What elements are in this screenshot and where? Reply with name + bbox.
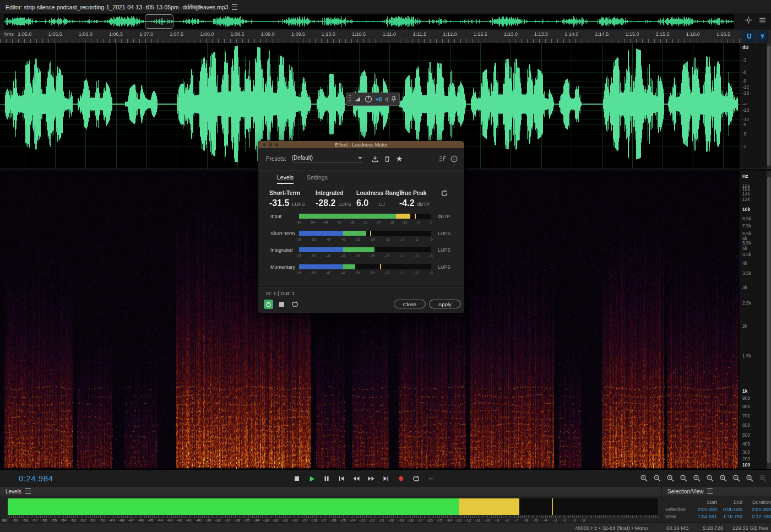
overview-waveform-canvas[interactable] bbox=[4, 14, 734, 29]
sv-value[interactable]: 1:04.591 bbox=[691, 514, 717, 519]
amplitude-scale[interactable]: dB-3-6-9-12-18-∞-18-12-9-6-3 bbox=[740, 43, 767, 169]
hud-pin-button[interactable] bbox=[388, 93, 400, 106]
meter-scale-tick: -6 bbox=[416, 220, 420, 224]
frequency-scale-label: 700 bbox=[742, 413, 750, 419]
vertical-scrollbar[interactable] bbox=[767, 43, 771, 169]
effect-power-toggle[interactable] bbox=[264, 300, 273, 309]
frequency-scale-label: 5.5k bbox=[742, 240, 751, 246]
ruler-tick-label: 1:14.0 bbox=[564, 31, 578, 37]
amplitude-scale-label: -9 bbox=[742, 122, 747, 127]
sv-value[interactable]: 0:12.158 bbox=[742, 514, 771, 519]
snap-magnet-button[interactable] bbox=[743, 31, 754, 42]
ruler-tick-label: 1:05.5 bbox=[48, 31, 62, 37]
zoom-in-time-button[interactable] bbox=[666, 474, 675, 483]
stop-button[interactable] bbox=[292, 474, 302, 484]
pan-crosshair-icon[interactable] bbox=[745, 16, 753, 24]
loop-playback-button[interactable] bbox=[411, 474, 421, 484]
sv-value[interactable]: 0:00.000 bbox=[691, 507, 717, 512]
ruler-tick-label: 1:08.5 bbox=[231, 31, 245, 37]
level-meter[interactable] bbox=[8, 498, 658, 515]
tab-mixer[interactable]: Mixer bbox=[187, 3, 202, 9]
levels-panel-menu-icon[interactable] bbox=[25, 488, 31, 494]
effect-loop-button[interactable] bbox=[290, 300, 300, 309]
favorite-star-icon[interactable]: ★ bbox=[396, 154, 403, 163]
overview-menu-icon[interactable] bbox=[758, 16, 767, 24]
overview-view-region[interactable] bbox=[145, 14, 173, 29]
effect-stop-button[interactable] bbox=[278, 301, 285, 308]
chevron-down-icon bbox=[358, 157, 362, 159]
presets-label: Presets: bbox=[266, 156, 286, 162]
selection-view-menu-icon[interactable] bbox=[707, 488, 713, 494]
level-scale-label: -20 bbox=[388, 518, 394, 523]
fast-forward-button[interactable] bbox=[366, 474, 376, 484]
amplitude-scale-label: -12 bbox=[742, 84, 749, 90]
frequency-scale[interactable]: Hz18k16k14k12k10k8.5k7.5k6.5k6k5.5k5k4.5… bbox=[740, 171, 767, 469]
pause-button[interactable] bbox=[322, 474, 332, 484]
sv-value[interactable]: 0:00.000 bbox=[742, 507, 771, 512]
hud-grip-icon[interactable] bbox=[349, 95, 351, 103]
sv-value[interactable]: 1:16.750 bbox=[717, 514, 742, 519]
zoom-out-time-button[interactable] bbox=[679, 474, 688, 483]
play-button[interactable] bbox=[307, 474, 317, 484]
hud-gain-value[interactable]: +0 bbox=[376, 96, 382, 102]
ruler-tick-label: 1:07.5 bbox=[170, 31, 183, 37]
timeline-ruler[interactable]: hms 1:05.01:05.51:06.01:06.51:07.01:07.5… bbox=[0, 30, 771, 44]
zoom-reset-button[interactable] bbox=[745, 474, 754, 483]
preset-dropdown[interactable]: (Default) bbox=[292, 155, 362, 162]
current-time-display[interactable]: 0:24.984 bbox=[19, 474, 53, 483]
meter-bar-integrated[interactable] bbox=[299, 247, 431, 252]
sv-value[interactable]: 0:00.000 bbox=[717, 507, 742, 512]
record-button[interactable] bbox=[396, 474, 406, 484]
frequency-scale-label: 200 bbox=[742, 456, 750, 462]
fade-icon bbox=[354, 96, 361, 102]
skip-to-end-button[interactable] bbox=[381, 474, 391, 484]
window-control-dots[interactable] bbox=[263, 143, 278, 146]
delete-preset-button[interactable] bbox=[384, 155, 390, 162]
sv-column-header: End bbox=[717, 500, 742, 505]
status-free-space: 229.55 GB free bbox=[732, 525, 768, 531]
zoom-out-amplitude-button[interactable] bbox=[653, 474, 662, 483]
meter-scale-tick: 0 bbox=[430, 220, 432, 224]
vertical-scrollbar-2[interactable] bbox=[767, 171, 771, 469]
reset-stats-button[interactable] bbox=[441, 189, 448, 199]
frequency-scale-label: 800 bbox=[742, 404, 750, 409]
dialog-titlebar[interactable]: Effect - Loudness Meter bbox=[258, 141, 464, 148]
skip-to-start-button[interactable] bbox=[336, 474, 346, 484]
meter-bar-input[interactable] bbox=[299, 214, 431, 219]
channel-map-button[interactable] bbox=[438, 155, 446, 162]
level-scale-label: -18 bbox=[408, 518, 414, 523]
meter-scale-tick: -60 bbox=[296, 220, 301, 224]
ruler-tick-label: 1:15.5 bbox=[656, 31, 670, 37]
rewind-button[interactable] bbox=[351, 474, 361, 484]
level-scale-label: -16 bbox=[427, 518, 433, 523]
amplitude-scale-label: -18 bbox=[742, 90, 749, 96]
level-scale-label: -47 bbox=[128, 518, 134, 523]
zoom-to-selection-button[interactable] bbox=[732, 474, 741, 483]
panel-menu-icon[interactable] bbox=[232, 4, 237, 10]
close-button[interactable]: Close bbox=[394, 300, 426, 308]
zoom-in-left-edge-button[interactable] bbox=[705, 474, 715, 483]
level-scale-label: -42 bbox=[176, 518, 182, 523]
info-icon[interactable] bbox=[450, 155, 458, 162]
tab-editor[interactable]: Editor: strip-silence-podcast_recording-… bbox=[4, 2, 240, 14]
zoom-navigate-button[interactable] bbox=[692, 474, 702, 483]
meter-scale-tick: -53 bbox=[311, 271, 316, 275]
meter-bar-momentary[interactable] bbox=[299, 264, 431, 269]
level-scale-label: -4 bbox=[544, 518, 547, 523]
level-scale-label: -1 bbox=[572, 518, 576, 523]
transport-bar: 0:24.984 bbox=[0, 469, 771, 488]
marker-filter-button[interactable] bbox=[757, 31, 768, 42]
zoom-out-right-edge-button[interactable] bbox=[719, 474, 728, 483]
stat-true-peak: True Peak -4.2dBTP bbox=[399, 189, 430, 208]
tab-levels[interactable]: Levels bbox=[277, 174, 294, 184]
level-scale-label: -59 bbox=[13, 518, 19, 523]
save-preset-button[interactable] bbox=[371, 155, 379, 162]
apply-button[interactable]: Apply bbox=[429, 300, 461, 308]
zoom-in-amplitude-button[interactable] bbox=[639, 474, 649, 483]
meter-bar-short-term[interactable] bbox=[299, 231, 431, 236]
frequency-scale-label: 2k bbox=[742, 323, 747, 329]
editor-tab-bar: Editor: strip-silence-podcast_recording-… bbox=[0, 0, 771, 14]
tab-settings[interactable]: Settings bbox=[307, 174, 328, 181]
meter-scale-tick: -53 bbox=[311, 237, 316, 241]
gain-knob-icon[interactable] bbox=[365, 95, 372, 103]
